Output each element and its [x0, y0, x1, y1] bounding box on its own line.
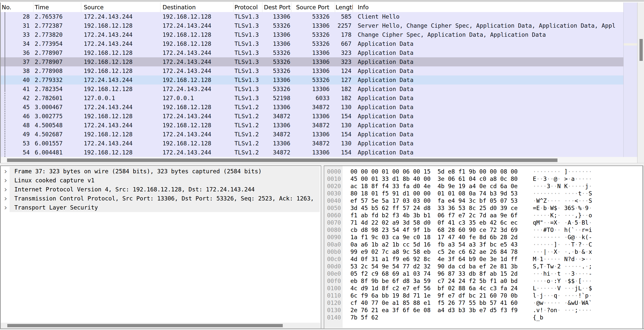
hex-dump-row[interactable]: 0040 ef 57 5e 5a 17 03 03 00 fa e4 94 3c…: [324, 197, 642, 204]
column-header-time[interactable]: Time: [33, 3, 81, 12]
cell-protocol: TLSv1.3: [233, 94, 262, 103]
packet-row[interactable]: 48 4.500548 172.24.143.244 192.168.12.12…: [1, 121, 623, 130]
pane-splitter-vertical[interactable]: [321, 166, 324, 328]
packet-row[interactable]: 36 2.778907 192.168.12.128 172.24.143.24…: [1, 48, 623, 57]
column-header-dest-port[interactable]: Dest Port: [262, 3, 291, 12]
hex-dump-row[interactable]: 0080 cb d8 98 23 54 4f 9f 1b 68 28 60 90…: [324, 226, 642, 234]
hex-dump-row[interactable]: 00f0 eb 8f 9b be 6f d8 3a 59 c7 24 24 f2…: [324, 277, 642, 285]
hex-ascii: ········ ]·······: [533, 168, 592, 175]
cell-dest-port: 53326: [262, 57, 291, 66]
cell-destination: 172.24.143.244: [160, 57, 233, 66]
hex-dump-row[interactable]: 00c0 4d 0f 31 a1 f9 e6 92 8c 4e 3f 64 b9…: [324, 256, 642, 263]
hex-ascii: ···#TO·· h(`··r=i: [533, 226, 592, 234]
cell-length: 323: [335, 57, 353, 66]
chevron-right-icon[interactable]: ›: [1, 176, 10, 185]
hex-ascii: ········ ·G@··k(-: [533, 234, 592, 241]
packet-row[interactable]: 38 2.778908 192.168.12.128 172.24.143.24…: [1, 66, 623, 75]
packet-row[interactable]: 34 2.773954 172.24.143.244 192.168.12.12…: [1, 39, 623, 48]
cell-info: Application Data: [353, 57, 623, 66]
hex-dump-row[interactable]: 00b0 99 e9 02 7c a8 9c 58 eb c5 2e c6 62…: [324, 248, 642, 256]
cell-length: 182: [335, 85, 353, 94]
hex-dump-row[interactable]: 00d0 53 2c 54 9e 54 77 d2 32 90 da cd ba…: [324, 263, 642, 270]
hex-ascii: L······V ···jL··$: [533, 285, 592, 292]
cell-time: 2.772387: [33, 21, 81, 30]
hex-dump-row[interactable]: 0130 2e 76 21 ea 3f 6f 6e 08 a4 d3 b3 3b…: [324, 307, 642, 314]
cell-dest-port: 13306: [262, 12, 291, 21]
hex-bytes: 53 2c 54 9e 54 77 d2 32 90 da cd ba ef 2…: [350, 263, 518, 270]
detail-tree-row[interactable]: › Transmission Control Protocol, Src Por…: [1, 194, 321, 203]
packet-row[interactable]: 37 2.778907 192.168.12.128 172.24.143.24…: [1, 57, 623, 66]
cell-dest-port: 13306: [262, 103, 291, 112]
hex-dump-row[interactable]: 0100 4c d9 1d 8f c2 e7 ef 56 bf 02 88 6a…: [324, 285, 642, 292]
packet-list-horizontal-scrollbar[interactable]: [1, 157, 637, 163]
detail-tree-row[interactable]: › Transport Layer Security: [1, 203, 321, 212]
packet-row[interactable]: 54 6.004481 192.168.12.128 172.24.143.24…: [1, 148, 623, 157]
hex-dump-row[interactable]: 0120 cf 40 77 0e a1 85 88 e1 f5 26 77 55…: [324, 299, 642, 307]
details-scrollbar-thumb[interactable]: [7, 324, 283, 327]
cell-source: 192.168.12.128: [81, 130, 160, 139]
hex-dump-row[interactable]: 0020 ac 18 8f f4 33 fa d0 4e 4b 9e 19 a4…: [324, 183, 642, 190]
hex-dump-row[interactable]: 00a0 0a a6 1b a2 1b cc 5d 16 fb a3 54 a3…: [324, 241, 642, 248]
packet-list-vertical-scrollbar[interactable]: [637, 3, 644, 163]
cell-length: 124: [335, 66, 353, 75]
pane-splitter-horizontal[interactable]: [0, 163, 644, 166]
cell-no: 46: [1, 112, 33, 121]
details-horizontal-scrollbar[interactable]: [1, 323, 320, 328]
cell-info: Application Data: [353, 66, 623, 75]
packet-row[interactable]: 42 2.782601 127.0.0.1 127.0.0.1 TLSv1.3 …: [1, 94, 623, 103]
cell-source-port: 13306: [291, 130, 335, 139]
hex-ascii: ····o·:Y ·$$·[···: [533, 277, 592, 285]
horizontal-scrollbar-thumb[interactable]: [7, 158, 557, 162]
packet-row[interactable]: 33 2.773820 172.24.143.244 192.168.12.12…: [1, 30, 623, 39]
column-header-length[interactable]: Length: [335, 3, 353, 12]
packet-row[interactable]: 40 2.779332 172.24.143.244 192.168.12.12…: [1, 75, 623, 85]
cell-no: 34: [1, 39, 33, 48]
column-header-info[interactable]: Info: [353, 3, 623, 12]
hex-dump-row[interactable]: 0070 71 4d 22 02 a9 3d 58 d0 0f 41 c3 35…: [324, 219, 642, 226]
hex-offset: 00c0: [324, 256, 343, 263]
related-packets-line-solid: [5, 12, 5, 91]
packet-row[interactable]: 46 3.002775 192.168.12.128 172.24.143.24…: [1, 112, 623, 121]
cell-source-port: 13306: [291, 57, 335, 66]
vertical-scrollbar-thumb[interactable]: [639, 39, 643, 61]
packet-row[interactable]: 41 2.782354 192.168.12.128 172.24.143.24…: [1, 85, 623, 94]
hex-dump-row[interactable]: 0000 00 00 00 01 00 06 00 15 5d e8 f1 9b…: [324, 168, 642, 175]
hex-ascii: S,T·Tw·2 ·····.·;: [533, 263, 592, 270]
hex-dump-row[interactable]: 0030 80 18 01 f5 91 d1 00 00 01 01 08 0a…: [324, 190, 642, 197]
cell-length: 154: [335, 112, 353, 121]
packet-row[interactable]: 53 6.001557 172.24.143.244 192.168.12.12…: [1, 139, 623, 148]
hex-dump-row[interactable]: 0110 6c f9 6a bb 19 8d 71 1e 9f e7 df bc…: [324, 292, 642, 299]
detail-tree-row[interactable]: › Internet Protocol Version 4, Src: 192.…: [1, 185, 321, 194]
column-header-destination[interactable]: Destination: [160, 3, 233, 12]
detail-tree-row[interactable]: › Frame 37: 323 bytes on wire (2584 bits…: [1, 167, 321, 176]
intelligent-scrollbar-minimap[interactable]: [623, 3, 637, 157]
hex-dump-row[interactable]: 0010 45 00 01 33 d1 8b 40 00 3e 06 61 04…: [324, 175, 642, 183]
hex-dump-row[interactable]: 0090 1a f1 9c 03 ca 9e c0 18 17 47 40 fe…: [324, 234, 642, 241]
hex-dump-row[interactable]: 00e0 05 f2 c9 68 69 a1 03 74 96 87 33 db…: [324, 270, 642, 277]
chevron-right-icon[interactable]: ›: [1, 185, 10, 194]
chevron-right-icon[interactable]: ›: [1, 194, 10, 203]
detail-tree-row[interactable]: › Linux cooked capture v1: [1, 176, 321, 185]
hex-ascii: qM"··=X· ·A·5·Bl·: [533, 219, 592, 226]
column-header-source[interactable]: Source: [81, 3, 160, 12]
packet-list-header: No. Time Source Destination Protocol Des…: [1, 3, 623, 12]
hex-offset: 0120: [324, 299, 343, 307]
packet-row[interactable]: 45 3.000467 172.24.143.244 192.168.12.12…: [1, 103, 623, 112]
packet-row[interactable]: 49 4.502687 192.168.12.128 172.24.143.24…: [1, 130, 623, 139]
cell-destination: 192.168.12.128: [160, 139, 233, 148]
column-header-protocol[interactable]: Protocol: [233, 3, 262, 12]
column-header-no[interactable]: No.: [1, 3, 33, 12]
cell-destination: 192.168.12.128: [160, 30, 233, 39]
cell-source: 192.168.12.128: [81, 148, 160, 157]
hex-bytes: 45 00 01 33 d1 8b 40 00 3e 06 61 04 c0 a…: [350, 175, 518, 183]
cell-source: 172.24.143.244: [81, 39, 160, 48]
column-header-source-port[interactable]: Source Port: [291, 3, 335, 12]
chevron-right-icon[interactable]: ›: [1, 167, 10, 176]
packet-row[interactable]: 28 2.765376 172.24.143.244 192.168.12.12…: [1, 12, 623, 21]
chevron-right-icon[interactable]: ›: [1, 203, 10, 212]
hex-dump-row[interactable]: 0140 7b 5f 62 {_b: [324, 314, 642, 321]
hex-bytes: 7b 5f 62: [350, 314, 518, 321]
hex-dump-row[interactable]: 0050 3d 45 b5 62 ff 57 24 d8 33 36 53 8c…: [324, 204, 642, 212]
hex-dump-row[interactable]: 0060 f1 ab fd b2 f3 4b 3b b1 06 f7 e7 2c…: [324, 212, 642, 219]
packet-row[interactable]: 31 2.772387 192.168.12.128 172.24.143.24…: [1, 21, 623, 30]
